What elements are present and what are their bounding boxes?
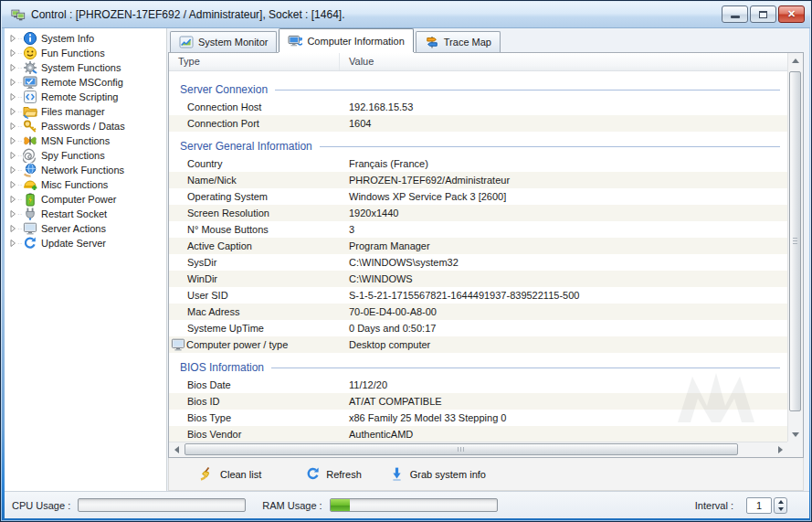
- cell-value: 1920x1440: [340, 208, 787, 218]
- cell-value: 70-0E-D4-00-A8-00: [340, 306, 787, 317]
- table-row-connection-host[interactable]: Connection Host192.168.15.53: [169, 99, 787, 115]
- watermark-logo: [670, 366, 762, 430]
- sidebar-item-label: Update Server: [41, 238, 106, 249]
- ram-usage-label: RAM Usage :: [262, 500, 322, 511]
- sidebar-item-computer-power[interactable]: ··Computer Power: [5, 192, 166, 207]
- sidebar-item-label: Network Functions: [41, 165, 124, 176]
- scroll-down-button[interactable]: [788, 427, 803, 442]
- cell-type: Active Caption: [169, 240, 340, 251]
- table-row-operating-system[interactable]: Operating SystemWindows XP Service Pack …: [169, 188, 787, 205]
- expand-arrow-icon[interactable]: [8, 136, 17, 145]
- maximize-button[interactable]: [750, 5, 776, 23]
- down-arrow-icon: [389, 466, 405, 482]
- cell-value: Français (France): [340, 158, 787, 169]
- sidebar-item-network-functions[interactable]: ··Network Functions: [5, 163, 166, 177]
- cell-value: Desktop computer: [340, 339, 787, 350]
- close-icon: ✕: [787, 9, 796, 19]
- expand-arrow-icon[interactable]: [8, 78, 17, 87]
- tab-trace-map[interactable]: Trace Map: [416, 31, 501, 52]
- sidebar-item-system-functions[interactable]: ··System Functions: [5, 60, 166, 75]
- signpost-icon: [425, 35, 439, 49]
- table-row-screen-resolution[interactable]: Screen Resolution1920x1440: [169, 205, 787, 221]
- expand-arrow-icon[interactable]: [8, 180, 17, 189]
- sidebar-item-system-info[interactable]: ··System Info: [5, 31, 166, 46]
- column-header-type[interactable]: Type: [169, 53, 340, 70]
- grab-system-info-button[interactable]: Grab system info: [383, 463, 492, 485]
- expand-arrow-icon[interactable]: [8, 107, 17, 116]
- interval-down-button[interactable]: [775, 506, 786, 513]
- table-row-user-sid[interactable]: User SIDS-1-5-21-1715567821-1644491937-8…: [169, 287, 787, 304]
- interval-spinner: 1: [746, 497, 787, 514]
- expand-arrow-icon[interactable]: [8, 195, 17, 204]
- globe-icon: [23, 163, 37, 177]
- titlebar[interactable]: Control : [PHROZEN-17EF692 / Administrat…: [2, 2, 810, 28]
- scroll-up-button[interactable]: [788, 53, 803, 68]
- expand-arrow-icon[interactable]: [8, 209, 17, 218]
- sidebar-item-server-actions[interactable]: ··Server Actions: [5, 221, 166, 236]
- table-row-windir[interactable]: WinDirC:\WINDOWS: [169, 271, 787, 287]
- horizontal-scroll-thumb[interactable]: [185, 443, 738, 455]
- battery-icon: [23, 192, 37, 207]
- expand-arrow-icon[interactable]: [8, 151, 17, 160]
- sidebar-item-update-server[interactable]: ··Update Server: [5, 236, 166, 250]
- interval-input[interactable]: 1: [746, 497, 772, 514]
- clean-list-button[interactable]: Clean list: [193, 463, 268, 485]
- expand-arrow-icon[interactable]: [8, 48, 17, 58]
- cell-value: 192.168.15.53: [340, 101, 787, 112]
- sidebar-item-passwords-datas[interactable]: ··Passwords / Datas: [5, 119, 166, 133]
- scroll-left-button[interactable]: [169, 442, 184, 457]
- interval-up-button[interactable]: [775, 498, 786, 506]
- table-row-active-caption[interactable]: Active CaptionProgram Manager: [169, 238, 787, 254]
- minimize-button[interactable]: [722, 5, 748, 23]
- table-row-mac-adress[interactable]: Mac Adress70-0E-D4-00-A8-00: [169, 304, 787, 320]
- cell-value: AuthenticAMD: [340, 429, 787, 440]
- sidebar-item-remote-msconfig[interactable]: ··Remote MSConfig: [5, 75, 166, 90]
- refresh-button[interactable]: Refresh: [299, 463, 368, 485]
- section-title: Server Connexion: [180, 83, 268, 96]
- sidebar-item-msn-functions[interactable]: ··MSN Functions: [5, 133, 166, 148]
- tab-computer-information[interactable]: Computer Information: [279, 28, 413, 52]
- table-row-name-nick[interactable]: Name/NickPHROZEN-17EF692/Administrateur: [169, 172, 787, 188]
- expand-arrow-icon[interactable]: [8, 224, 17, 233]
- expand-arrow-icon[interactable]: [8, 34, 17, 43]
- table-row-computer-power-type[interactable]: Computer power / typeDesktop computer: [169, 336, 787, 353]
- table-row-systeme-uptime[interactable]: Systeme UpTime0 Days and 0:50:17: [169, 320, 787, 336]
- expand-arrow-icon[interactable]: [8, 63, 17, 72]
- cell-value: 1604: [340, 118, 787, 129]
- horizontal-scrollbar[interactable]: [169, 442, 787, 457]
- sidebar-item-remote-scripting[interactable]: ··Remote Scripting: [5, 90, 166, 104]
- section-header-server-general-information: Server General Information: [169, 132, 787, 155]
- tab-system-monitor[interactable]: System Monitor: [170, 31, 277, 52]
- grid-header[interactable]: Type Value: [169, 53, 787, 71]
- window-title: Control : [PHROZEN-17EF692 / Administrat…: [31, 8, 344, 21]
- column-header-value[interactable]: Value: [340, 53, 374, 70]
- sidebar-item-spy-functions[interactable]: ··Spy Functions: [5, 148, 166, 163]
- msconfig-icon: [23, 75, 37, 90]
- cell-value: Program Manager: [340, 240, 787, 251]
- vertical-scrollbar[interactable]: [787, 53, 803, 442]
- expand-arrow-icon[interactable]: [8, 165, 17, 175]
- cell-type: Bios ID: [169, 396, 340, 407]
- scroll-right-button[interactable]: [773, 442, 787, 457]
- cell-type: SysDir: [169, 257, 340, 268]
- sidebar-item-fun-functions[interactable]: ··Fun Functions: [5, 46, 166, 60]
- table-row-connection-port[interactable]: Connection Port1604: [169, 115, 787, 132]
- sidebar-item-restart-socket[interactable]: ··Restart Socket: [5, 207, 166, 221]
- sidebar-item-label: Remote MSConfig: [41, 77, 123, 88]
- sidebar-item-files-manager[interactable]: ··Files manager: [5, 104, 166, 119]
- close-button[interactable]: ✕: [778, 5, 805, 23]
- button-label: Refresh: [326, 469, 362, 480]
- update-icon: [23, 236, 37, 250]
- client-area: ··System Info··Fun Functions··System Fun…: [5, 28, 809, 518]
- info-icon: [23, 31, 37, 46]
- expand-arrow-icon[interactable]: [8, 92, 17, 101]
- function-tree[interactable]: ··System Info··Fun Functions··System Fun…: [5, 28, 167, 491]
- vertical-scroll-thumb[interactable]: [789, 71, 801, 411]
- expand-arrow-icon[interactable]: [8, 239, 17, 248]
- sidebar-item-misc-functions[interactable]: ··Misc Functions: [5, 177, 166, 192]
- table-row-country[interactable]: CountryFrançais (France): [169, 155, 787, 172]
- cell-value: Windows XP Service Pack 3 [2600]: [340, 191, 787, 202]
- expand-arrow-icon[interactable]: [8, 122, 17, 131]
- table-row-sysdir[interactable]: SysDirC:\WINDOWS\system32: [169, 254, 787, 271]
- table-row-n-mouse-buttons[interactable]: N° Mouse Buttons3: [169, 221, 787, 238]
